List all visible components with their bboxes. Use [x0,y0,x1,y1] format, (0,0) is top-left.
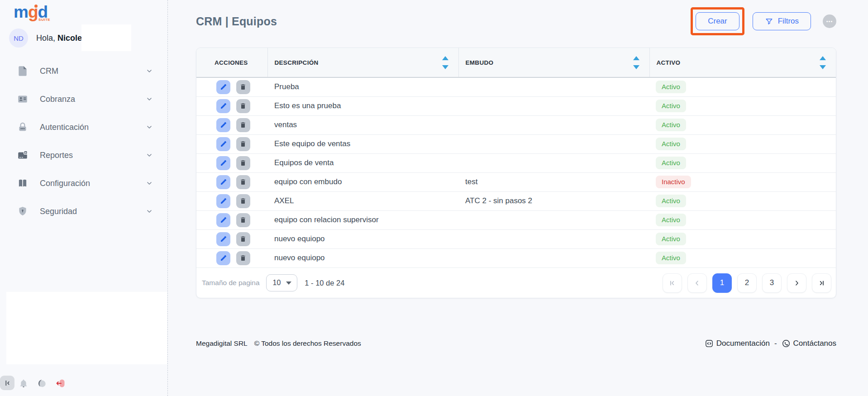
table-row: equipo con embudo test Inactivo [196,172,836,191]
notifications-bell-icon[interactable] [17,377,30,390]
row-description: nuevo equiopo [274,253,325,262]
status-badge: Activo [656,100,686,112]
dark-mode-moon-icon[interactable] [35,377,48,390]
table-card: ACCIONES DESCRIPCIÓN EMBUDO [196,48,836,298]
page-button-3[interactable]: 3 [762,273,782,293]
report-icon [16,149,29,162]
page-title: CRM | Equipos [196,15,277,28]
delete-button[interactable] [236,99,250,113]
pagination-bar: Tamaño de pagina 10 1 - 10 de 24 1 2 3 [196,267,836,298]
next-page-button[interactable] [787,273,806,293]
edit-button[interactable] [216,213,230,227]
last-page-button[interactable] [812,273,831,293]
delete-button[interactable] [236,137,250,151]
sidebar-item-cobranza[interactable]: Cobranza [0,85,167,113]
previous-page-button[interactable] [687,273,707,293]
table-row: ventas Activo [196,115,836,134]
lock-icon [16,121,29,134]
edit-button[interactable] [216,194,230,208]
crear-button[interactable]: Crear [696,12,739,30]
pagination-range: 1 - 10 de 24 [305,279,344,287]
logout-icon[interactable] [54,377,67,390]
redaction-box [81,24,131,51]
edit-button[interactable] [216,118,230,132]
chevron-down-icon [146,95,153,103]
sort-arrows-descripcion[interactable] [442,56,448,69]
logo-suite-label: SUITE [38,18,50,22]
edit-button[interactable] [216,175,230,189]
documentation-link[interactable]: Documentación [705,339,770,348]
app-logo[interactable]: mgd SUITE [14,2,48,23]
column-header-activo: ACTIVO [649,48,836,77]
more-options-button[interactable]: ••• [823,14,836,28]
file-icon [16,65,29,77]
edit-button[interactable] [216,99,230,113]
status-badge: Inactivo [656,176,691,188]
table-row: nuevo equiopo Activo [196,248,836,267]
delete-button[interactable] [236,251,250,265]
logo-letter-m: m [14,3,28,21]
table-body: Prueba Activo Esto es una prueba Activo … [196,77,836,267]
delete-button[interactable] [236,175,250,189]
avatar[interactable]: ND [9,29,28,48]
app-root: mgd SUITE ND Hola, Nicole CRM [0,0,868,396]
crear-highlight-annotation: Crear [691,7,744,35]
delete-button[interactable] [236,232,250,246]
edit-button[interactable] [216,156,230,170]
pagination-buttons: 1 2 3 [663,273,831,293]
sidebar-collapse-button[interactable] [0,376,14,390]
row-description: Esto es una prueba [274,101,341,110]
page-button-2[interactable]: 2 [737,273,757,293]
greeting-prefix: Hola, [36,33,55,43]
table-row: Este equipo de ventas Activo [196,134,836,153]
row-description: ventas [274,120,297,129]
page-header: CRM | Equipos Crear Filtros ••• [196,6,836,36]
sidebar-item-seguridad[interactable]: Seguridad [0,197,167,225]
sidebar-item-label: CRM [40,67,58,76]
chevron-down-icon [146,124,153,131]
edit-button[interactable] [216,232,230,246]
page-button-1[interactable]: 1 [712,273,732,293]
delete-button[interactable] [236,213,250,227]
status-badge: Activo [656,195,686,207]
table-row: Equipos de venta Activo [196,153,836,172]
sidebar-item-configuracion[interactable]: Configuración [0,169,167,197]
sidebar-item-crm[interactable]: CRM [0,57,167,85]
edit-button[interactable] [216,137,230,151]
table-row: Esto es una prueba Activo [196,96,836,115]
sort-arrows-activo[interactable] [820,56,826,69]
first-page-button[interactable] [663,273,682,293]
sidebar-item-autenticacion[interactable]: Autenticación [0,113,167,141]
row-description: Prueba [274,82,299,91]
sidebar-item-reportes[interactable]: Reportes [0,141,167,169]
edit-button[interactable] [216,251,230,265]
delete-button[interactable] [236,194,250,208]
greeting: Hola, Nicole [36,33,82,43]
delete-button[interactable] [236,118,250,132]
equipos-table: ACCIONES DESCRIPCIÓN EMBUDO [196,48,836,267]
page-footer: Megadigital SRL © Todos los derechos Res… [196,339,836,348]
column-header-acciones: ACCIONES [196,48,267,77]
status-badge: Activo [656,157,686,169]
filtros-label: Filtros [778,17,799,26]
delete-button[interactable] [236,80,250,94]
row-embudo: ATC 2 - sin pasos 2 [465,196,532,205]
page-size-select[interactable]: 10 [266,274,298,291]
main-content: CRM | Equipos Crear Filtros ••• [168,0,868,396]
filtros-button[interactable]: Filtros [753,12,811,30]
logo-letter-g: g [28,3,38,21]
sidebar-blank-panel [6,292,167,364]
edit-button[interactable] [216,80,230,94]
greeting-name: Nicole [57,33,82,43]
row-description: Este equipo de ventas [274,139,350,148]
footer-links: Documentación - Contáctanos [705,339,836,348]
column-header-descripcion: DESCRIPCIÓN [267,48,458,77]
status-badge: Activo [656,138,686,150]
sort-arrows-embudo[interactable] [633,56,639,69]
phone-contact-icon [782,339,791,348]
delete-button[interactable] [236,156,250,170]
row-description: Equipos de venta [274,158,334,167]
contact-link[interactable]: Contáctanos [782,339,836,348]
user-row: ND Hola, Nicole [9,27,82,49]
company-name: Megadigital SRL [196,339,248,348]
